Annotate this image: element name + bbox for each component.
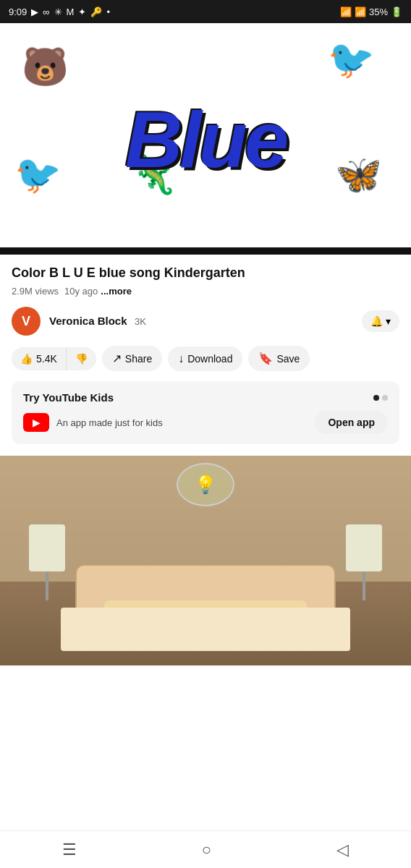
dislike-button[interactable]: 👎 xyxy=(67,347,96,370)
download-button[interactable]: ↓ Download xyxy=(168,346,242,371)
nav-home-button[interactable]: ○ xyxy=(196,835,217,865)
action-row: 👍 5.4K 👎 ↗ Share ↓ Download 🔖 Save xyxy=(0,346,411,381)
channel-left: V Veronica Block 3K xyxy=(12,307,146,336)
thumbs-down-icon: 👎 xyxy=(75,353,88,365)
video-thumbnail[interactable]: 🐻 🐦 🐦 🦎 🦋 Blue xyxy=(0,23,411,255)
lamp-stand-left xyxy=(46,571,48,600)
back-icon: ◁ xyxy=(336,841,349,859)
video-title: Color B L U E blue song Kindergarten xyxy=(12,265,399,281)
wifi-icon: 📶 xyxy=(340,7,352,17)
recent-icon: ☰ xyxy=(62,841,77,859)
notification-bell-button[interactable]: 🔔 ▾ xyxy=(362,310,399,332)
lamp-left xyxy=(29,524,65,600)
butterfly-icon: 🦋 xyxy=(335,153,382,197)
youtube-icon: ▶ xyxy=(31,7,38,17)
battery-percent: 35% xyxy=(369,7,388,17)
lamp-shade-left xyxy=(29,524,65,571)
bookmark-icon: 🔖 xyxy=(258,352,273,365)
blue-word: Blue xyxy=(125,93,286,185)
view-count: 2.9M views xyxy=(12,286,59,297)
signal-icon: 📶 xyxy=(355,7,366,17)
time: 9:09 xyxy=(9,7,27,17)
channel-row: V Veronica Block 3K 🔔 ▾ xyxy=(0,307,411,336)
dot-inactive xyxy=(382,395,388,401)
thumbnail-background: 🐻 🐦 🐦 🦎 🦋 Blue xyxy=(0,23,411,255)
chandelier-icon: 💡 xyxy=(177,463,234,506)
yt-kids-description: An app made just for kids xyxy=(56,417,163,428)
key-icon: 🔑 xyxy=(90,7,102,17)
subscriber-count: 3K xyxy=(135,316,146,327)
gmail-icon: M xyxy=(67,7,75,17)
like-button[interactable]: 👍 5.4K xyxy=(12,347,67,370)
dot-icon: • xyxy=(106,7,110,17)
download-icon: ↓ xyxy=(178,352,184,365)
lamp-stand-right xyxy=(363,571,365,600)
asterisk-icon: ✳ xyxy=(54,7,62,17)
save-button[interactable]: 🔖 Save xyxy=(248,346,310,371)
more-link[interactable]: ...more xyxy=(101,286,132,297)
voicemail-icon: ∞ xyxy=(43,7,49,17)
bedroom-scene: 💡 xyxy=(0,456,411,665)
yt-kids-header: Try YouTube Kids xyxy=(23,391,388,404)
youtube-logo-icon xyxy=(23,413,49,432)
thumbs-up-icon: 👍 xyxy=(20,353,33,365)
black-bar xyxy=(0,247,411,255)
home-icon: ○ xyxy=(202,841,211,859)
dots-indicator xyxy=(373,395,388,401)
save-label: Save xyxy=(276,353,300,365)
nav-bar: ☰ ○ ◁ xyxy=(0,830,411,868)
dot-active xyxy=(373,395,379,401)
share-button[interactable]: ↗ Share xyxy=(102,346,162,371)
bear-balloon-icon: 🐻 xyxy=(22,45,69,89)
channel-avatar[interactable]: V xyxy=(12,307,41,336)
nav-recent-button[interactable]: ☰ xyxy=(56,835,82,865)
person-icon: ✦ xyxy=(78,7,86,17)
status-right: 📶 📶 35% 🔋 xyxy=(340,7,402,17)
youtube-kids-banner: Try YouTube Kids An app made just for ki… xyxy=(12,381,399,444)
channel-info: Veronica Block 3K xyxy=(49,315,146,328)
status-bar: 9:09 ▶ ∞ ✳ M ✦ 🔑 • 📶 📶 35% 🔋 xyxy=(0,0,411,23)
channel-name[interactable]: Veronica Block xyxy=(49,315,127,327)
lamp-shade-right xyxy=(346,524,382,571)
bell-icon: 🔔 xyxy=(370,315,383,327)
like-count: 5.4K xyxy=(36,353,57,365)
video-info: Color B L U E blue song Kindergarten 2.9… xyxy=(0,255,411,297)
chevron-down-icon: ▾ xyxy=(386,315,391,327)
open-app-button[interactable]: Open app xyxy=(315,411,388,434)
recommended-video[interactable]: 💡 xyxy=(0,456,411,665)
lamp-right xyxy=(346,524,382,600)
like-dislike-group: 👍 5.4K 👎 xyxy=(12,347,96,370)
share-label: Share xyxy=(125,353,152,365)
bird-left-icon: 🐦 xyxy=(14,153,62,197)
bed xyxy=(61,608,350,651)
yt-kids-left: An app made just for kids xyxy=(23,413,163,432)
yt-kids-title: Try YouTube Kids xyxy=(23,391,114,404)
yt-kids-content: An app made just for kids Open app xyxy=(23,411,388,434)
bird-top-icon: 🐦 xyxy=(328,38,375,82)
download-label: Download xyxy=(187,353,232,365)
time-ago: 10y ago xyxy=(64,286,98,297)
battery-icon: 🔋 xyxy=(391,7,402,17)
share-icon: ↗ xyxy=(112,352,122,365)
nav-back-button[interactable]: ◁ xyxy=(331,835,355,865)
status-left: 9:09 ▶ ∞ ✳ M ✦ 🔑 • xyxy=(9,7,110,17)
video-meta: 2.9M views 10y ago ...more xyxy=(12,286,399,297)
